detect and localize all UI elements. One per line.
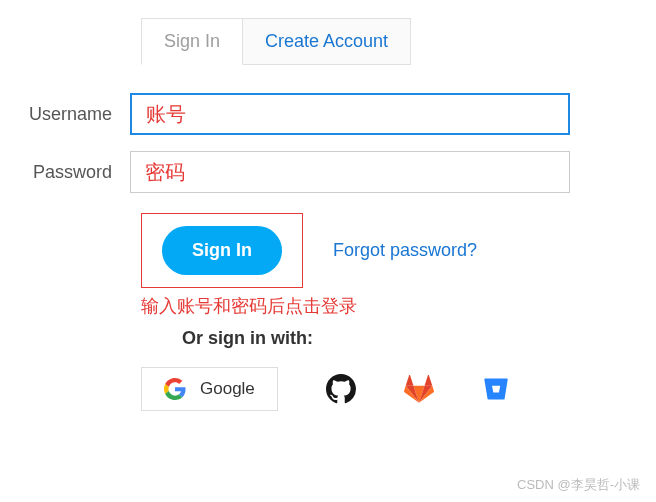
password-label: Password [0, 162, 130, 183]
google-signin-button[interactable]: Google [141, 367, 278, 411]
password-input[interactable] [130, 151, 570, 193]
github-icon[interactable] [326, 374, 356, 404]
username-label: Username [0, 104, 130, 125]
forgot-password-link[interactable]: Forgot password? [333, 240, 477, 261]
password-row: Password [0, 151, 656, 193]
auth-tabs: Sign In Create Account [141, 18, 656, 65]
login-form: Username Password [0, 93, 656, 193]
google-label: Google [200, 379, 255, 399]
bitbucket-icon[interactable] [482, 375, 510, 403]
username-row: Username [0, 93, 656, 135]
signin-highlight-box: Sign In [141, 213, 303, 288]
oauth-providers: Google [141, 367, 656, 411]
username-input[interactable] [130, 93, 570, 135]
or-signin-with-label: Or sign in with: [182, 328, 656, 349]
google-icon [164, 378, 186, 400]
tab-create-account[interactable]: Create Account [243, 18, 411, 65]
actions-row: Sign In Forgot password? [141, 213, 656, 288]
signin-button[interactable]: Sign In [162, 226, 282, 275]
tab-signin[interactable]: Sign In [141, 18, 243, 65]
watermark-text: CSDN @李昊哲-小课 [517, 476, 640, 494]
annotation-text: 输入账号和密码后点击登录 [141, 294, 656, 318]
gitlab-icon[interactable] [404, 374, 434, 404]
